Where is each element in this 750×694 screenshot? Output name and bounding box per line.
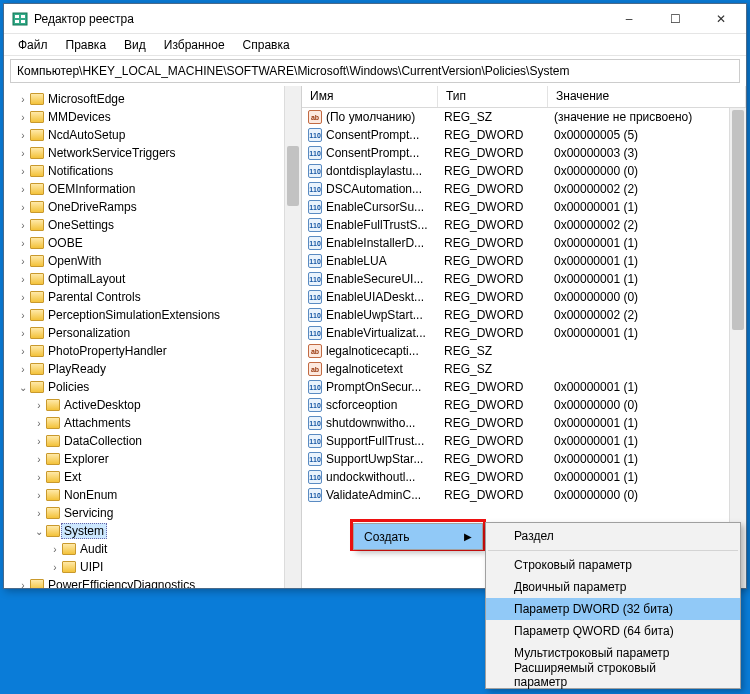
tree-item[interactable]: ›PerceptionSimulationExtensions bbox=[4, 306, 301, 324]
value-row[interactable]: 110ValidateAdminC...REG_DWORD0x00000000 … bbox=[302, 486, 746, 504]
expand-icon[interactable]: › bbox=[34, 490, 44, 501]
expand-icon[interactable]: › bbox=[18, 220, 28, 231]
menu-help[interactable]: Справка bbox=[235, 36, 298, 54]
tree-item[interactable]: ›Notifications bbox=[4, 162, 301, 180]
context-menu[interactable]: Создать ▶ bbox=[353, 523, 483, 550]
expand-icon[interactable]: › bbox=[18, 256, 28, 267]
tree-item[interactable]: ›MMDevices bbox=[4, 108, 301, 126]
ctx-new-dword[interactable]: Параметр DWORD (32 бита) bbox=[486, 598, 740, 620]
value-row[interactable]: 110ConsentPrompt...REG_DWORD0x00000003 (… bbox=[302, 144, 746, 162]
col-type[interactable]: Тип bbox=[438, 86, 548, 107]
tree-item[interactable]: ›NonEnum bbox=[4, 486, 301, 504]
titlebar[interactable]: Редактор реестра – ☐ ✕ bbox=[4, 4, 746, 34]
expand-icon[interactable]: › bbox=[18, 94, 28, 105]
list-scrollbar[interactable] bbox=[729, 108, 746, 588]
value-row[interactable]: 110shutdownwitho...REG_DWORD0x00000001 (… bbox=[302, 414, 746, 432]
expand-icon[interactable]: › bbox=[18, 202, 28, 213]
tree-item[interactable]: ›DataCollection bbox=[4, 432, 301, 450]
menu-file[interactable]: Файл bbox=[10, 36, 56, 54]
tree-item[interactable]: ›OneDriveRamps bbox=[4, 198, 301, 216]
value-row[interactable]: ablegalnoticetextREG_SZ bbox=[302, 360, 746, 378]
ctx-new-string[interactable]: Строковый параметр bbox=[486, 554, 740, 576]
tree-item[interactable]: ›ActiveDesktop bbox=[4, 396, 301, 414]
tree-item[interactable]: ›PhotoPropertyHandler bbox=[4, 342, 301, 360]
expand-icon[interactable]: › bbox=[18, 364, 28, 375]
expand-icon[interactable]: › bbox=[18, 310, 28, 321]
value-row[interactable]: 110EnableFullTrustS...REG_DWORD0x0000000… bbox=[302, 216, 746, 234]
tree-item[interactable]: ›UIPI bbox=[4, 558, 301, 576]
expand-icon[interactable]: › bbox=[34, 436, 44, 447]
expand-icon[interactable]: › bbox=[18, 328, 28, 339]
tree-scrollbar[interactable] bbox=[284, 86, 301, 588]
expand-icon[interactable]: › bbox=[50, 562, 60, 573]
value-row[interactable]: 110DSCAutomation...REG_DWORD0x00000002 (… bbox=[302, 180, 746, 198]
tree-item[interactable]: ›OOBE bbox=[4, 234, 301, 252]
expand-icon[interactable]: ⌄ bbox=[18, 382, 28, 393]
value-row[interactable]: 110scforceoptionREG_DWORD0x00000000 (0) bbox=[302, 396, 746, 414]
expand-icon[interactable]: › bbox=[18, 148, 28, 159]
value-row[interactable]: 110SupportUwpStar...REG_DWORD0x00000001 … bbox=[302, 450, 746, 468]
tree-item[interactable]: ⌄System bbox=[4, 522, 301, 540]
tree-item[interactable]: ›PlayReady bbox=[4, 360, 301, 378]
expand-icon[interactable]: › bbox=[18, 580, 28, 589]
expand-icon[interactable]: › bbox=[18, 130, 28, 141]
address-bar[interactable]: Компьютер\HKEY_LOCAL_MACHINE\SOFTWARE\Mi… bbox=[10, 59, 740, 83]
col-value[interactable]: Значение bbox=[548, 86, 746, 107]
tree-item[interactable]: ›NcdAutoSetup bbox=[4, 126, 301, 144]
value-row[interactable]: 110EnableInstallerD...REG_DWORD0x0000000… bbox=[302, 234, 746, 252]
menu-favorites[interactable]: Избранное bbox=[156, 36, 233, 54]
ctx-new-key[interactable]: Раздел bbox=[486, 525, 740, 547]
value-row[interactable]: 110EnableLUAREG_DWORD0x00000001 (1) bbox=[302, 252, 746, 270]
value-row[interactable]: 110undockwithoutl...REG_DWORD0x00000001 … bbox=[302, 468, 746, 486]
tree-item[interactable]: ›NetworkServiceTriggers bbox=[4, 144, 301, 162]
close-button[interactable]: ✕ bbox=[698, 4, 744, 33]
value-row[interactable]: 110EnableCursorSu...REG_DWORD0x00000001 … bbox=[302, 198, 746, 216]
expand-icon[interactable]: › bbox=[18, 166, 28, 177]
expand-icon[interactable]: › bbox=[18, 292, 28, 303]
key-tree[interactable]: ›MicrosoftEdge›MMDevices›NcdAutoSetup›Ne… bbox=[4, 86, 302, 588]
tree-item[interactable]: ›MicrosoftEdge bbox=[4, 90, 301, 108]
expand-icon[interactable]: › bbox=[18, 346, 28, 357]
value-row[interactable]: 110ConsentPrompt...REG_DWORD0x00000005 (… bbox=[302, 126, 746, 144]
tree-item[interactable]: ›Personalization bbox=[4, 324, 301, 342]
expand-icon[interactable]: › bbox=[34, 454, 44, 465]
tree-item[interactable]: ›Audit bbox=[4, 540, 301, 558]
value-row[interactable]: 110EnableUwpStart...REG_DWORD0x00000002 … bbox=[302, 306, 746, 324]
tree-item[interactable]: ›Attachments bbox=[4, 414, 301, 432]
tree-item[interactable]: ›OneSettings bbox=[4, 216, 301, 234]
expand-icon[interactable]: ⌄ bbox=[34, 526, 44, 537]
menu-view[interactable]: Вид bbox=[116, 36, 154, 54]
value-row[interactable]: 110PromptOnSecur...REG_DWORD0x00000001 (… bbox=[302, 378, 746, 396]
ctx-create[interactable]: Создать ▶ bbox=[354, 524, 482, 549]
tree-item[interactable]: ›OEMInformation bbox=[4, 180, 301, 198]
expand-icon[interactable]: › bbox=[34, 472, 44, 483]
expand-icon[interactable]: › bbox=[34, 508, 44, 519]
ctx-new-qword[interactable]: Параметр QWORD (64 бита) bbox=[486, 620, 740, 642]
list-body[interactable]: ab(По умолчанию)REG_SZ(значение не присв… bbox=[302, 108, 746, 588]
tree-scroll-thumb[interactable] bbox=[287, 146, 299, 206]
expand-icon[interactable]: › bbox=[34, 400, 44, 411]
maximize-button[interactable]: ☐ bbox=[652, 4, 698, 33]
expand-icon[interactable]: › bbox=[34, 418, 44, 429]
value-row[interactable]: 110SupportFullTrust...REG_DWORD0x0000000… bbox=[302, 432, 746, 450]
tree-item[interactable]: ›Servicing bbox=[4, 504, 301, 522]
value-row[interactable]: 110EnableVirtualizat...REG_DWORD0x000000… bbox=[302, 324, 746, 342]
minimize-button[interactable]: – bbox=[606, 4, 652, 33]
list-scroll-thumb[interactable] bbox=[732, 110, 744, 330]
tree-item[interactable]: ›OpenWith bbox=[4, 252, 301, 270]
ctx-new-expandstring[interactable]: Расширяемый строковый параметр bbox=[486, 664, 740, 686]
tree-item[interactable]: ›Ext bbox=[4, 468, 301, 486]
expand-icon[interactable]: › bbox=[18, 274, 28, 285]
tree-item[interactable]: ›OptimalLayout bbox=[4, 270, 301, 288]
context-submenu[interactable]: Раздел Строковый параметр Двоичный парам… bbox=[485, 522, 741, 689]
expand-icon[interactable]: › bbox=[18, 238, 28, 249]
value-row[interactable]: ab(По умолчанию)REG_SZ(значение не присв… bbox=[302, 108, 746, 126]
tree-item[interactable]: ›Parental Controls bbox=[4, 288, 301, 306]
tree-item[interactable]: ›Explorer bbox=[4, 450, 301, 468]
tree-item[interactable]: ⌄Policies bbox=[4, 378, 301, 396]
expand-icon[interactable]: › bbox=[18, 112, 28, 123]
value-row[interactable]: 110dontdisplaylastu...REG_DWORD0x0000000… bbox=[302, 162, 746, 180]
value-row[interactable]: 110EnableUIADeskt...REG_DWORD0x00000000 … bbox=[302, 288, 746, 306]
expand-icon[interactable]: › bbox=[18, 184, 28, 195]
tree-item[interactable]: ›PowerEfficiencyDiagnostics bbox=[4, 576, 301, 588]
